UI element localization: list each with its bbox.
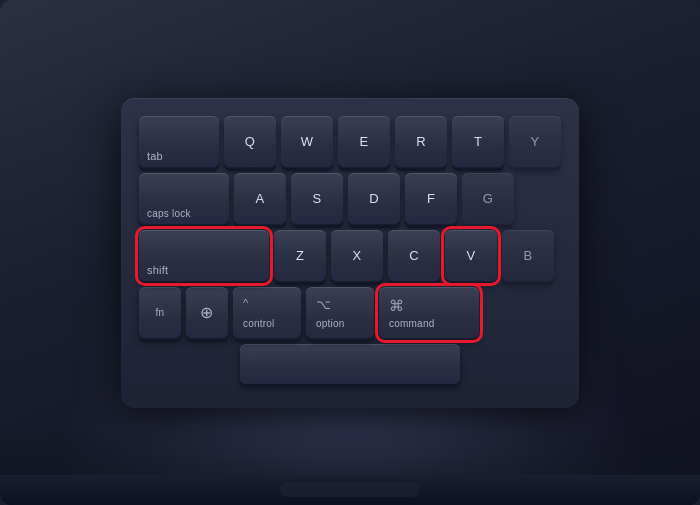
- v-label: V: [467, 248, 476, 263]
- fn-label: fn: [156, 307, 165, 318]
- key-w[interactable]: W: [281, 116, 333, 168]
- key-t[interactable]: T: [452, 116, 504, 168]
- b-label: B: [524, 248, 533, 263]
- control-label: control: [243, 318, 275, 329]
- key-f[interactable]: F: [405, 173, 457, 225]
- d-label: D: [369, 191, 379, 206]
- g-label: G: [483, 191, 493, 206]
- key-globe[interactable]: ⊕: [186, 287, 228, 339]
- globe-icon: ⊕: [200, 303, 213, 322]
- c-label: C: [409, 248, 419, 263]
- keyboard-row-3: shift Z X C V B: [139, 230, 561, 282]
- command-symbol: ⌘: [389, 297, 404, 315]
- command-label: command: [389, 318, 434, 329]
- x-label: X: [353, 248, 362, 263]
- key-r[interactable]: R: [395, 116, 447, 168]
- q-label: Q: [245, 134, 255, 149]
- y-label: Y: [531, 134, 540, 149]
- key-c[interactable]: C: [388, 230, 440, 282]
- e-label: E: [360, 134, 369, 149]
- key-fn[interactable]: fn: [139, 287, 181, 339]
- keyboard-container: tab Q W E R T Y caps lock: [0, 0, 700, 505]
- key-control[interactable]: ^ control: [233, 287, 301, 339]
- key-y[interactable]: Y: [509, 116, 561, 168]
- key-b[interactable]: B: [502, 230, 554, 282]
- laptop-bottom-bar: [0, 475, 700, 505]
- key-q[interactable]: Q: [224, 116, 276, 168]
- trackpad-hint: [280, 483, 420, 497]
- keyboard-row-4: fn ⊕ ^ control ⌥ option ⌘ comma: [139, 287, 561, 339]
- laptop-bottom-gradient: [0, 425, 700, 505]
- option-label: option: [316, 318, 345, 329]
- f-label: F: [427, 191, 435, 206]
- key-x[interactable]: X: [331, 230, 383, 282]
- s-label: S: [313, 191, 322, 206]
- key-d[interactable]: D: [348, 173, 400, 225]
- key-space[interactable]: [240, 344, 460, 384]
- key-caps-lock[interactable]: caps lock: [139, 173, 229, 225]
- keyboard-row-2: caps lock A S D F G: [139, 173, 561, 225]
- w-label: W: [301, 134, 314, 149]
- keyboard: tab Q W E R T Y caps lock: [121, 98, 579, 408]
- key-v[interactable]: V: [445, 230, 497, 282]
- key-e[interactable]: E: [338, 116, 390, 168]
- key-option[interactable]: ⌥ option: [306, 287, 374, 339]
- caps-lock-label: caps lock: [147, 208, 191, 219]
- key-a[interactable]: A: [234, 173, 286, 225]
- key-shift-left[interactable]: shift: [139, 230, 269, 282]
- key-command[interactable]: ⌘ command: [379, 287, 479, 339]
- tab-label: tab: [147, 150, 163, 162]
- key-z[interactable]: Z: [274, 230, 326, 282]
- r-label: R: [416, 134, 426, 149]
- key-s[interactable]: S: [291, 173, 343, 225]
- a-label: A: [256, 191, 265, 206]
- control-caret: ^: [243, 297, 248, 309]
- spacebar-area: [139, 344, 561, 384]
- option-symbol: ⌥: [316, 297, 331, 312]
- shift-left-label: shift: [147, 264, 168, 276]
- key-tab[interactable]: tab: [139, 116, 219, 168]
- keyboard-row-1: tab Q W E R T Y: [139, 116, 561, 168]
- key-g[interactable]: G: [462, 173, 514, 225]
- z-label: Z: [296, 248, 304, 263]
- t-label: T: [474, 134, 482, 149]
